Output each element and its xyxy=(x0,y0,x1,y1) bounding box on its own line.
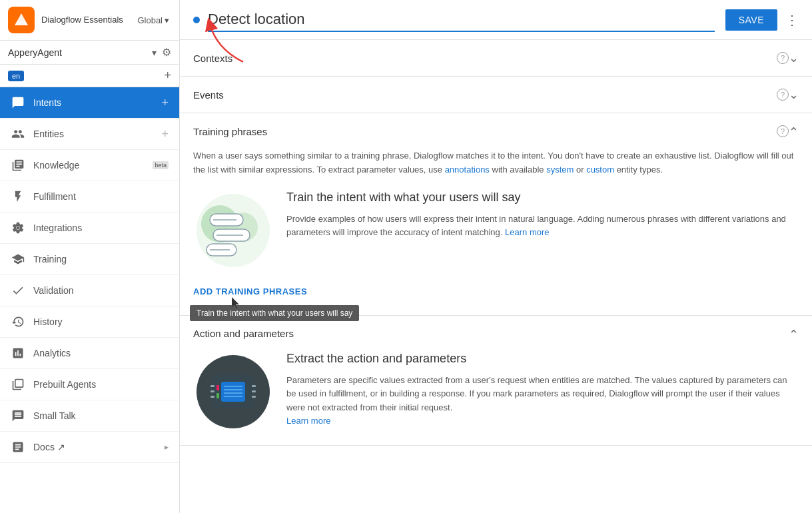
contexts-section: Contexts ? ⌄ xyxy=(180,40,812,77)
validation-label: Validation xyxy=(33,285,169,296)
system-link[interactable]: system xyxy=(546,165,574,175)
intent-name-input[interactable] xyxy=(208,8,715,32)
nav-items: Intents + Entities + Knowledge beta Fulf… xyxy=(0,87,179,513)
custom-link[interactable]: custom xyxy=(586,165,614,175)
global-label: Global xyxy=(137,15,163,25)
language-row: en + xyxy=(0,65,179,87)
main-content: SAVE ⋮ Contexts ? ⌄ Events ? ⌄ Training … xyxy=(180,0,812,513)
annotations-link[interactable]: annotations xyxy=(445,165,490,175)
train-text: Train the intent with what your users wi… xyxy=(286,191,799,241)
contexts-title: Contexts xyxy=(193,53,773,64)
svg-rect-23 xyxy=(210,390,214,392)
training-phrases-section: Training phrases ? ⌄ When a user says so… xyxy=(180,113,812,316)
agent-settings-icon[interactable]: ⚙ xyxy=(162,46,171,59)
sidebar-item-entities[interactable]: Entities + xyxy=(0,119,179,150)
entities-icon xyxy=(11,127,25,141)
svg-rect-16 xyxy=(216,385,219,390)
action-text: Extract the action and parameters Parame… xyxy=(286,352,799,426)
events-header[interactable]: Events ? ⌄ xyxy=(180,77,812,113)
svg-rect-22 xyxy=(210,385,214,387)
training-phrases-chevron-icon: ⌄ xyxy=(789,124,799,139)
fulfillment-label: Fulfillment xyxy=(33,191,169,202)
fulfillment-icon xyxy=(11,189,25,204)
training-phrases-title: Training phrases xyxy=(193,126,773,137)
intents-label: Intents xyxy=(33,97,161,108)
language-badge[interactable]: en xyxy=(8,71,24,81)
prebuilt-icon xyxy=(11,377,25,392)
contexts-chevron-icon: ⌄ xyxy=(789,51,799,65)
chevron-down-icon: ▾ xyxy=(165,15,169,25)
docs-icon xyxy=(11,440,25,454)
svg-point-3 xyxy=(17,227,20,230)
beta-badge: beta xyxy=(153,161,169,169)
agent-row: ApperyAgent ▾ ⚙ xyxy=(0,41,179,65)
intent-active-dot xyxy=(193,17,200,23)
more-options-icon[interactable]: ⋮ xyxy=(785,12,799,28)
sidebar-item-prebuilt[interactable]: Prebuilt Agents xyxy=(0,369,179,400)
learn-more-action-link[interactable]: Learn more xyxy=(286,416,330,426)
action-cta-desc: Parameters are specific values extracted… xyxy=(286,374,799,415)
analytics-label: Analytics xyxy=(33,348,169,358)
sidebar-item-smalltalk[interactable]: Small Talk xyxy=(0,400,179,432)
training-phrases-header[interactable]: Training phrases ? ⌄ xyxy=(180,113,812,149)
dialogflow-logo xyxy=(8,7,35,33)
train-cta: Train the intent with what your users wi… xyxy=(193,191,799,270)
sidebar-item-integrations[interactable]: Integrations xyxy=(0,213,179,244)
intents-icon xyxy=(11,95,25,110)
knowledge-label: Knowledge xyxy=(33,160,150,171)
agent-name: ApperyAgent xyxy=(8,47,152,58)
sidebar-item-validation[interactable]: Validation xyxy=(0,275,179,306)
analytics-icon xyxy=(11,346,25,360)
sidebar-item-fulfillment[interactable]: Fulfillment xyxy=(0,181,179,213)
action-params-chevron-icon: ⌄ xyxy=(789,326,799,341)
validation-icon xyxy=(11,283,25,298)
add-intent-icon[interactable]: + xyxy=(161,96,169,110)
svg-rect-24 xyxy=(210,396,214,398)
expand-icon: ▸ xyxy=(165,442,169,452)
contexts-header[interactable]: Contexts ? ⌄ xyxy=(180,40,812,76)
training-phrases-help-icon[interactable]: ? xyxy=(777,125,789,137)
learn-more-training-link[interactable]: Learn more xyxy=(505,227,549,237)
smalltalk-label: Small Talk xyxy=(33,410,169,421)
smalltalk-icon xyxy=(11,408,25,423)
add-training-phrases-button[interactable]: ADD TRAINING PHRASES xyxy=(193,281,307,302)
sidebar-item-intents[interactable]: Intents + xyxy=(0,87,179,119)
action-params-body: Extract the action and parameters Parame… xyxy=(180,352,812,445)
intent-header: SAVE ⋮ xyxy=(180,0,812,40)
sidebar-item-docs[interactable]: Docs ↗ ▸ xyxy=(0,432,179,463)
events-help-icon[interactable]: ? xyxy=(777,89,789,101)
app-title: Dialogflow Essentials xyxy=(41,15,123,26)
events-chevron-icon: ⌄ xyxy=(789,87,799,102)
contexts-help-icon[interactable]: ? xyxy=(777,52,789,64)
sidebar-item-analytics[interactable]: Analytics xyxy=(0,338,179,369)
svg-rect-26 xyxy=(252,390,256,392)
add-phrases-container: ADD TRAINING PHRASES Train the intent wi… xyxy=(193,281,307,302)
action-params-header[interactable]: Action and parameters ⌄ xyxy=(180,316,812,352)
action-params-section: Action and parameters ⌄ xyxy=(180,316,812,446)
integrations-label: Integrations xyxy=(33,223,169,233)
sidebar: Dialogflow Essentials Global ▾ ApperyAge… xyxy=(0,0,180,513)
events-title: Events xyxy=(193,89,773,101)
docs-label: Docs ↗ xyxy=(33,442,165,452)
svg-rect-17 xyxy=(216,393,219,398)
prebuilt-label: Prebuilt Agents xyxy=(33,379,169,390)
integrations-icon xyxy=(11,221,25,235)
training-illustration xyxy=(193,191,273,270)
sidebar-item-history[interactable]: History xyxy=(0,306,179,338)
train-cta-desc: Provide examples of how users will expre… xyxy=(286,213,799,241)
agent-dropdown-icon[interactable]: ▾ xyxy=(152,47,157,58)
intent-body: Contexts ? ⌄ Events ? ⌄ Training phrases… xyxy=(180,40,812,513)
global-selector[interactable]: Global ▾ xyxy=(137,15,171,25)
events-section: Events ? ⌄ xyxy=(180,77,812,113)
add-language-icon[interactable]: + xyxy=(164,69,171,83)
add-entity-icon[interactable]: + xyxy=(161,127,169,141)
knowledge-icon xyxy=(11,158,25,173)
sidebar-header: Dialogflow Essentials Global ▾ xyxy=(0,0,179,41)
sidebar-item-training[interactable]: Training xyxy=(0,244,179,275)
save-button[interactable]: SAVE xyxy=(725,9,777,31)
action-cta: Extract the action and parameters Parame… xyxy=(193,352,799,432)
svg-rect-15 xyxy=(221,382,245,402)
history-icon xyxy=(11,314,25,329)
sidebar-item-knowledge[interactable]: Knowledge beta xyxy=(0,150,179,181)
action-params-title: Action and parameters xyxy=(193,328,789,339)
